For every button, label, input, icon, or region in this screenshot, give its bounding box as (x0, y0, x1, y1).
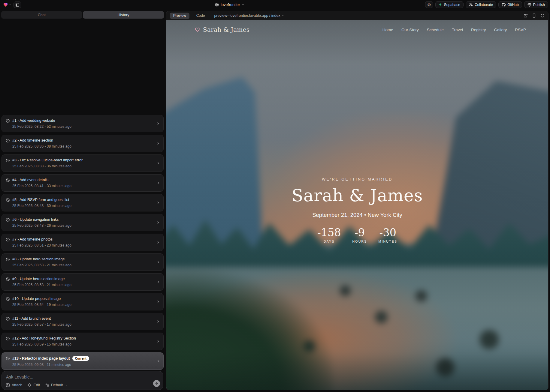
chevron-right-icon[interactable] (156, 161, 160, 165)
history-icon (6, 218, 10, 222)
heart-icon (195, 27, 200, 32)
countdown-value: -158 (317, 227, 341, 238)
lovable-heart-icon (3, 2, 8, 7)
target-icon (27, 383, 32, 387)
chevron-right-icon[interactable] (156, 240, 160, 244)
hero-title: Sarah & James (166, 186, 548, 205)
github-icon (502, 3, 506, 7)
open-external-button[interactable] (524, 13, 528, 18)
chevron-right-icon[interactable] (156, 339, 160, 343)
history-icon (6, 178, 10, 182)
history-item-title: #2 - Add timeline section (12, 138, 53, 142)
history-item-title: #10 - Update proposal image (12, 297, 61, 301)
mobile-view-button[interactable] (532, 13, 536, 18)
send-button[interactable] (153, 380, 160, 387)
chevron-right-icon[interactable] (156, 201, 160, 205)
chevron-right-icon[interactable] (156, 280, 160, 284)
history-item[interactable]: #9 - Update hero section image 25 Feb 20… (2, 273, 164, 291)
history-item-timestamp: 25 Feb 2025, 08:36 - 38 minutes ago (12, 144, 159, 148)
composer-input[interactable]: Ask Lovable... (6, 375, 159, 379)
project-selector[interactable]: lovefrontier (215, 0, 244, 9)
history-item-timestamp: 25 Feb 2025, 08:41 - 33 minutes ago (12, 184, 159, 188)
history-item-timestamp: 25 Feb 2025, 09:03 - 11 minutes ago (12, 363, 159, 367)
history-item-timestamp: 25 Feb 2025, 08:43 - 30 minutes ago (12, 204, 159, 208)
countdown-label: HOURS (352, 240, 367, 243)
history-item[interactable]: #2 - Add timeline section 25 Feb 2025, 0… (2, 135, 164, 152)
sliders-icon (45, 383, 49, 387)
countdown-unit: -9 HOURS (352, 227, 367, 243)
chevron-right-icon[interactable] (156, 141, 160, 145)
history-item-timestamp: 25 Feb 2025, 08:57 - 17 minutes ago (12, 322, 159, 327)
chat-sidebar: Chat History #1 - Add wedding website 25… (0, 9, 165, 392)
tab-code[interactable]: Code (193, 13, 208, 19)
history-item-title: #4 - Add event details (12, 178, 48, 182)
site-nav-link[interactable]: Travel (452, 28, 463, 32)
chevron-right-icon[interactable] (156, 121, 160, 126)
tab-history[interactable]: History (83, 11, 164, 19)
site-nav-link[interactable]: Gallery (494, 28, 507, 32)
hero-eyebrow: WE'RE GETTING MARRIED (166, 177, 548, 181)
site-nav-link[interactable]: Our Story (401, 28, 419, 32)
site-nav-link[interactable]: Schedule (427, 28, 444, 32)
current-badge: Current (72, 356, 89, 361)
lovable-logo-menu[interactable] (3, 2, 12, 7)
tab-chat[interactable]: Chat (1, 11, 82, 19)
history-item[interactable]: #8 - Update hero section image 25 Feb 20… (2, 253, 164, 271)
sidebar-toggle-button[interactable] (14, 1, 21, 8)
chevron-right-icon[interactable] (156, 359, 160, 363)
settings-button[interactable]: ⚙ (425, 1, 433, 8)
chevron-down-icon (9, 3, 12, 6)
edit-select-button[interactable]: Edit (27, 383, 40, 387)
history-item-timestamp: 25 Feb 2025, 08:48 - 26 minutes ago (12, 223, 159, 228)
chevron-right-icon[interactable] (156, 181, 160, 185)
chevron-right-icon[interactable] (156, 319, 160, 324)
github-button[interactable]: GitHub (498, 1, 522, 8)
history-item[interactable]: #1 - Add wedding website 25 Feb 2025, 08… (2, 115, 164, 132)
site-nav-link[interactable]: RSVP (515, 28, 526, 32)
mode-select-button[interactable]: Default (45, 383, 68, 387)
chevron-right-icon[interactable] (156, 260, 160, 264)
collaborate-button[interactable]: Collaborate (466, 1, 496, 8)
supabase-bolt-icon (439, 3, 442, 7)
history-icon (6, 198, 10, 202)
preview-url[interactable]: preview--lovefrontier.lovable.app / inde… (214, 13, 284, 18)
chevron-down-icon (65, 384, 68, 387)
countdown-value: -30 (378, 227, 397, 238)
history-item[interactable]: #3 - Fix: Resolve Lucide-react import er… (2, 154, 164, 172)
refresh-button[interactable] (540, 13, 545, 18)
attach-button[interactable]: Attach (6, 383, 22, 387)
site-logo[interactable]: Sarah & James (195, 26, 249, 33)
history-item-title: #6 - Update navigation links (12, 217, 59, 222)
chevron-down-icon (242, 3, 244, 6)
countdown-label: MINUTES (378, 240, 397, 243)
history-item[interactable]: #10 - Update proposal image 25 Feb 2025,… (2, 293, 164, 310)
countdown-unit: -30 MINUTES (378, 227, 397, 243)
history-item[interactable]: #13 - Refactor index page layout Current… (2, 352, 164, 370)
site-nav-link[interactable]: Registry (471, 28, 486, 32)
preview-toolbar: Preview Code preview--lovefrontier.lovab… (166, 11, 548, 20)
history-item[interactable]: #6 - Update navigation links 25 Feb 2025… (2, 214, 164, 231)
publish-button[interactable]: Publish (524, 1, 548, 8)
countdown: -158 DAYS -9 HOURS -30 MINUTES (166, 227, 548, 243)
history-icon (6, 238, 10, 242)
history-item[interactable]: #7 - Add timeline photos 25 Feb 2025, 08… (2, 234, 164, 251)
history-item-title: #3 - Fix: Resolve Lucide-react import er… (12, 158, 83, 162)
history-item-timestamp: 25 Feb 2025, 08:59 - 15 minutes ago (12, 342, 159, 346)
history-icon (6, 257, 10, 262)
supabase-button[interactable]: Supabase (435, 1, 464, 8)
tab-preview[interactable]: Preview (170, 13, 189, 19)
history-item[interactable]: #5 - Add RSVP form and guest list 25 Feb… (2, 194, 164, 211)
history-item[interactable]: #11 - Add brunch event 25 Feb 2025, 08:5… (2, 313, 164, 330)
history-item-title: #8 - Update hero section image (12, 257, 65, 261)
site-nav-link[interactable]: Home (382, 28, 393, 32)
history-item-title: #12 - Add Honeyfund Registry Section (12, 336, 76, 340)
site-header: Sarah & James HomeOur StoryScheduleTrave… (166, 20, 548, 39)
gear-icon: ⚙ (427, 2, 431, 7)
history-item[interactable]: #12 - Add Honeyfund Registry Section 25 … (2, 333, 164, 350)
hero-section: WE'RE GETTING MARRIED Sarah & James Sept… (166, 177, 548, 243)
chevron-right-icon[interactable] (156, 300, 160, 304)
history-item[interactable]: #4 - Add event details 25 Feb 2025, 08:4… (2, 174, 164, 192)
history-icon (6, 139, 10, 143)
chevron-right-icon[interactable] (156, 220, 160, 225)
history-icon (6, 356, 10, 361)
